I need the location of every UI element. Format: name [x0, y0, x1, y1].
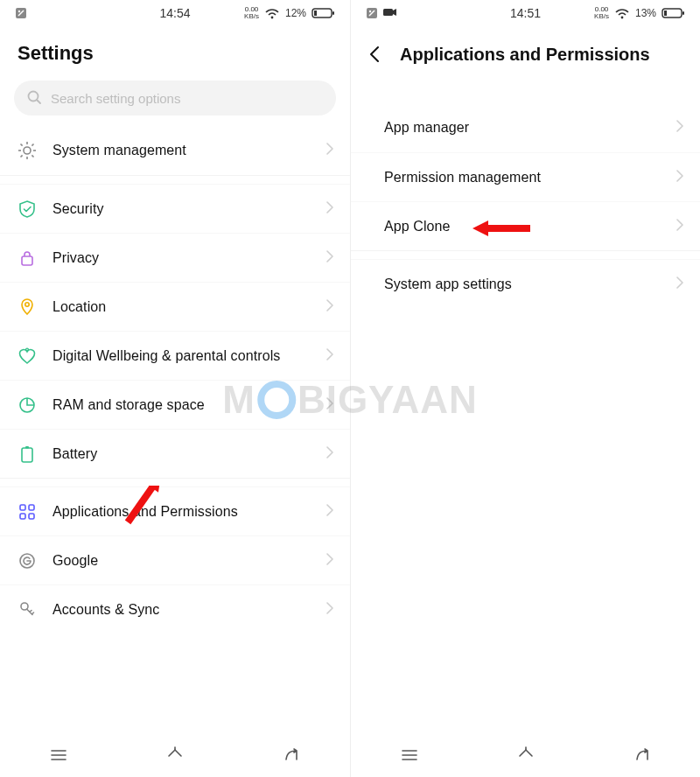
settings-row-system-management[interactable]: System management — [0, 126, 350, 175]
chevron-right-icon — [326, 201, 334, 217]
settings-list: System managementSecurityPrivacyLocation… — [0, 126, 350, 634]
status-data-rate: 0.00KB/s — [244, 6, 259, 20]
system-nav-bar — [351, 737, 700, 777]
right-screenshot: 14:51 0.00KB/s 13% Applications and Perm… — [350, 0, 700, 777]
pin-icon — [18, 298, 37, 317]
row-label: Battery — [52, 446, 311, 462]
row-label: System management — [52, 143, 311, 158]
chevron-right-icon — [326, 250, 334, 266]
nav-back-button[interactable] — [282, 746, 301, 768]
page-title: Applications and Permissions — [400, 45, 650, 65]
g-icon — [18, 551, 37, 570]
settings-row-storage[interactable]: RAM and storage space — [0, 380, 350, 429]
chevron-right-icon — [326, 504, 334, 520]
status-data-rate: 0.00KB/s — [594, 6, 609, 20]
status-battery-pct: 13% — [635, 7, 656, 19]
settings-row-google[interactable]: Google — [0, 536, 350, 584]
status-time: 14:51 — [510, 6, 541, 20]
chevron-right-icon — [676, 120, 684, 136]
status-time: 14:54 — [159, 6, 190, 20]
search-input[interactable]: Search setting options — [14, 80, 336, 116]
key-icon — [18, 600, 37, 620]
row-label: App manager — [384, 120, 661, 136]
status-battery-pct: 12% — [285, 7, 306, 19]
camera-icon — [382, 6, 397, 20]
nav-recents-button[interactable] — [49, 746, 68, 768]
chevron-right-icon — [326, 397, 334, 413]
page-title-bar: Applications and Permissions — [351, 26, 700, 79]
settings-row-apps-permissions[interactable]: Applications and Permissions — [0, 486, 350, 536]
status-bar: 14:54 0.00KB/s 12% — [0, 0, 350, 26]
wifi-icon — [614, 6, 630, 20]
heart-icon — [18, 346, 37, 366]
row-label: Accounts & Sync — [52, 602, 311, 618]
mute-icon — [365, 6, 379, 20]
row-label: App Clone — [384, 219, 661, 234]
row-label: Privacy — [52, 250, 311, 266]
row-label: Google — [52, 553, 311, 569]
chevron-right-icon — [676, 219, 684, 234]
search-placeholder: Search setting options — [51, 91, 180, 106]
row-label: Location — [52, 299, 311, 315]
grid-icon — [18, 502, 37, 522]
back-button[interactable] — [363, 42, 388, 66]
gear-icon — [18, 141, 37, 160]
nav-back-button[interactable] — [633, 746, 652, 768]
page-title-bar: Settings — [0, 26, 350, 77]
chevron-right-icon — [326, 553, 334, 569]
status-bar: 14:51 0.00KB/s 13% — [351, 0, 700, 26]
row-label: Permission management — [384, 170, 661, 186]
settings-row-location[interactable]: Location — [0, 282, 350, 331]
chevron-right-icon — [326, 299, 334, 315]
battery-icon — [312, 6, 336, 20]
chevron-right-icon — [326, 446, 334, 462]
lock-icon — [18, 248, 37, 268]
settings-row-app-manager[interactable]: App manager — [351, 103, 700, 152]
system-nav-bar — [0, 737, 350, 777]
settings-row-wellbeing[interactable]: Digital Wellbeing & parental controls — [0, 331, 350, 380]
settings-row-permission-mgmt[interactable]: Permission management — [351, 152, 700, 201]
settings-row-privacy[interactable]: Privacy — [0, 233, 350, 282]
wifi-icon — [264, 6, 280, 20]
row-label: Applications and Permissions — [52, 504, 311, 520]
chevron-right-icon — [676, 170, 684, 186]
shield-icon — [18, 200, 37, 219]
nav-home-button[interactable] — [516, 746, 536, 768]
settings-row-security[interactable]: Security — [0, 184, 350, 233]
row-label: Digital Wellbeing & parental controls — [52, 348, 311, 364]
battery-icon — [662, 6, 686, 20]
row-label: RAM and storage space — [52, 397, 311, 413]
row-label: Security — [52, 201, 311, 217]
page-title: Settings — [18, 42, 332, 65]
piechart-icon — [18, 396, 37, 415]
chevron-right-icon — [676, 276, 684, 292]
settings-row-battery[interactable]: Battery — [0, 429, 350, 478]
row-label: System app settings — [384, 276, 661, 292]
battery-icon — [18, 444, 37, 464]
chevron-right-icon — [326, 143, 334, 158]
settings-row-system-app-settings[interactable]: System app settings — [351, 259, 700, 308]
settings-list: App managerPermission managementApp Clon… — [351, 103, 700, 308]
nav-recents-button[interactable] — [400, 746, 419, 768]
search-icon — [26, 89, 42, 108]
settings-row-accounts[interactable]: Accounts & Sync — [0, 584, 350, 634]
chevron-right-icon — [326, 602, 334, 618]
chevron-right-icon — [326, 348, 334, 364]
nav-home-button[interactable] — [165, 746, 185, 768]
settings-row-app-clone[interactable]: App Clone — [351, 201, 700, 250]
mute-icon — [14, 6, 28, 20]
left-screenshot: 14:54 0.00KB/s 12% Settings Search setti… — [0, 0, 350, 777]
